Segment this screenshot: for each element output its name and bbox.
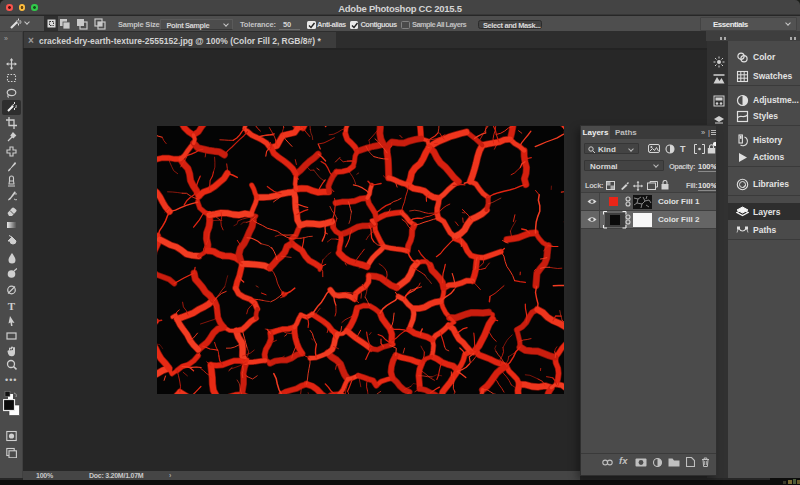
svg-text:T: T: [8, 300, 16, 312]
